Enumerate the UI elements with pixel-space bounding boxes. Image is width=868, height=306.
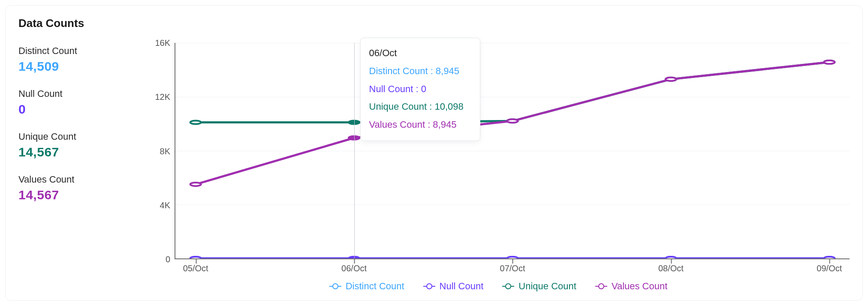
plot-row: 04K8K12K16K 05/Oct06/Oct07/Oct08/Oct09/O… — [147, 43, 850, 259]
y-tick-label: 4K — [160, 200, 170, 210]
chart-legend: Distinct CountNull CountUnique CountValu… — [147, 281, 850, 292]
card-body: Distinct Count 14,509 Null Count 0 Uniqu… — [18, 43, 850, 292]
card-title: Data Counts — [18, 17, 850, 30]
series-marker — [190, 257, 201, 258]
y-tick-label: 16K — [155, 38, 170, 48]
stat-null: Null Count 0 — [18, 88, 130, 117]
y-tick-label: 0 — [166, 255, 170, 264]
stat-distinct-value: 14,509 — [18, 59, 130, 74]
tooltip-row: Unique Count : 10,098 — [369, 98, 471, 116]
stats-panel: Distinct Count 14,509 Null Count 0 Uniqu… — [18, 43, 130, 292]
line-chart[interactable]: 05/Oct06/Oct07/Oct08/Oct09/Oct06/OctDist… — [175, 43, 850, 259]
tooltip-title: 06/Oct — [369, 44, 471, 62]
stat-values-value: 14,567 — [18, 188, 130, 202]
stat-null-label: Null Count — [18, 88, 130, 99]
series-marker — [666, 257, 676, 258]
legend-item[interactable]: Null Count — [423, 281, 484, 292]
stat-values: Values Count 14,567 — [18, 174, 130, 202]
legend-swatch-icon — [502, 286, 514, 287]
series-marker — [824, 257, 835, 258]
stat-distinct: Distinct Count 14,509 — [18, 45, 130, 74]
series-marker — [190, 183, 201, 186]
legend-item[interactable]: Unique Count — [502, 281, 576, 292]
series-marker — [666, 78, 676, 81]
stat-distinct-label: Distinct Count — [18, 45, 130, 57]
stat-unique-label: Unique Count — [18, 131, 130, 142]
series-marker — [824, 60, 835, 64]
tooltip-row: Values Count : 8,945 — [369, 116, 471, 134]
legend-label: Unique Count — [518, 281, 576, 292]
stat-unique-value: 14,567 — [18, 145, 130, 159]
series-marker — [507, 119, 518, 123]
legend-item[interactable]: Values Count — [595, 281, 667, 292]
stat-unique: Unique Count 14,567 — [18, 131, 130, 159]
x-tick-label: 07/Oct — [500, 264, 525, 273]
y-tick-label: 8K — [160, 146, 170, 156]
series-marker — [190, 121, 201, 124]
legend-swatch-icon — [423, 286, 435, 287]
tooltip-row: Distinct Count : 8,945 — [369, 62, 471, 80]
tooltip-row: Null Count : 0 — [369, 80, 471, 98]
x-tick-label: 09/Oct — [817, 264, 842, 273]
chart-markers — [175, 43, 850, 258]
x-tick-label: 06/Oct — [341, 264, 367, 273]
legend-item[interactable]: Distinct Count — [329, 281, 404, 292]
stat-null-value: 0 — [18, 102, 130, 117]
series-marker — [507, 257, 518, 258]
legend-label: Null Count — [440, 281, 484, 292]
legend-label: Distinct Count — [346, 281, 404, 292]
stat-values-label: Values Count — [18, 174, 130, 185]
legend-swatch-icon — [329, 286, 341, 287]
hover-crosshair — [354, 43, 355, 258]
x-tick-label: 05/Oct — [183, 264, 208, 273]
chart-area[interactable]: 04K8K12K16K 05/Oct06/Oct07/Oct08/Oct09/O… — [147, 43, 850, 292]
y-tick-label: 12K — [155, 92, 170, 102]
data-counts-card: Data Counts Distinct Count 14,509 Null C… — [5, 5, 863, 301]
y-axis: 04K8K12K16K — [147, 43, 175, 259]
legend-label: Values Count — [612, 281, 667, 292]
chart-tooltip: 06/OctDistinct Count : 8,945Null Count :… — [360, 38, 480, 141]
legend-swatch-icon — [595, 286, 607, 287]
x-tick-label: 08/Oct — [658, 264, 684, 273]
